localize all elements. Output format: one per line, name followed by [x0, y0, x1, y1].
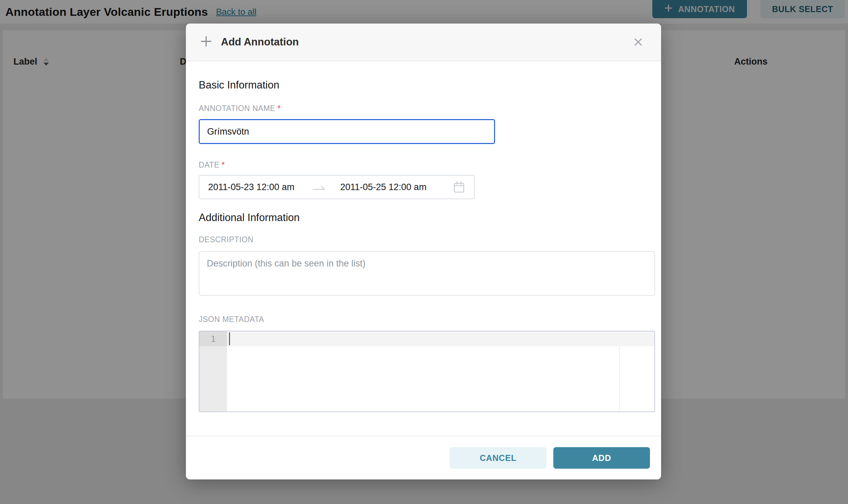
arrow-right-icon [312, 184, 326, 191]
date-label: DATE* [199, 160, 648, 169]
modal-body: Basic Information ANNOTATION NAME* DATE*… [186, 61, 661, 436]
date-label-text: DATE [199, 161, 220, 169]
annotation-name-input[interactable] [199, 119, 495, 144]
modal-footer: CANCEL ADD [186, 436, 661, 480]
date-end-value[interactable]: 2011-05-25 12:00 am [340, 182, 426, 193]
editor-print-margin [619, 346, 620, 412]
date-range-picker[interactable]: 2011-05-23 12:00 am 2011-05-25 12:00 am [199, 175, 475, 199]
add-annotation-modal: Add Annotation Basic Information ANNOTAT… [186, 23, 661, 480]
section-basic-information: Basic Information [199, 79, 648, 91]
editor-active-line [227, 331, 654, 346]
close-icon[interactable] [633, 37, 644, 48]
section-additional-information: Additional Information [199, 211, 648, 224]
description-textarea[interactable] [199, 251, 655, 296]
editor-cursor [229, 332, 230, 345]
plus-icon [200, 35, 212, 49]
required-asterisk: * [222, 160, 225, 169]
json-metadata-editor[interactable]: 1 [199, 331, 655, 412]
date-start-value[interactable]: 2011-05-23 12:00 am [208, 182, 294, 193]
cancel-button[interactable]: CANCEL [450, 447, 547, 469]
annotation-name-label: ANNOTATION NAME* [199, 104, 648, 113]
add-button[interactable]: ADD [553, 447, 650, 469]
json-metadata-label: JSON METADATA [199, 314, 648, 324]
editor-line-number: 1 [200, 331, 227, 346]
annotation-name-label-text: ANNOTATION NAME [199, 104, 276, 113]
modal-header: Add Annotation [186, 23, 661, 61]
required-asterisk: * [277, 104, 281, 113]
description-label: DESCRIPTION [199, 235, 648, 244]
calendar-icon [453, 181, 465, 194]
modal-title: Add Annotation [221, 36, 299, 48]
